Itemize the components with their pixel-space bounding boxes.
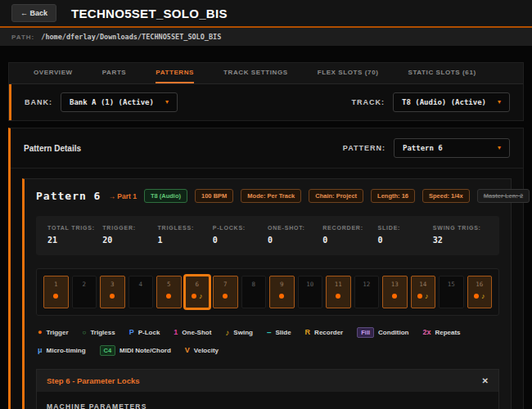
legend-condition: Fill Condition bbox=[357, 327, 408, 338]
pattern-details-panel: Pattern Details PATTERN: Pattern 6 ▾ Pat… bbox=[8, 128, 524, 409]
stat-total-trigs: TOTAL TRIGS: 21 bbox=[47, 225, 102, 245]
note-icon: ♪ bbox=[481, 293, 485, 300]
fill-condition-icon: Fill bbox=[357, 327, 374, 338]
trigger-dot-icon bbox=[223, 294, 228, 299]
legend-oneshot: 1 One-Shot bbox=[174, 327, 211, 338]
legend-trigless: ○ Trigless bbox=[83, 327, 115, 338]
trigger-dot-icon bbox=[392, 294, 397, 299]
trigger-dot-icon: ● bbox=[38, 329, 42, 336]
path-label: PATH: bbox=[11, 34, 34, 41]
step-detail-body: MACHINE PARAMETERS bbox=[37, 392, 498, 409]
app-header: ← Back TECHNO5SET_SOLO_BIS bbox=[0, 0, 532, 28]
legend-repeats: 2x Repeats bbox=[422, 327, 460, 338]
pattern-card: Pattern 6 → Part 1 T8 (Audio) 100 BPM Mo… bbox=[22, 178, 512, 409]
pattern-details-header: Pattern Details PATTERN: Pattern 6 ▾ bbox=[11, 138, 523, 158]
badge-master-len: Master Len: 2 bbox=[477, 189, 530, 203]
step-10[interactable]: 10 bbox=[298, 276, 323, 308]
tab-static-slots[interactable]: STATIC SLOTS (61) bbox=[408, 63, 476, 83]
step-detail-header: Step 6 - Parameter Locks ✕ bbox=[37, 370, 498, 392]
tab-parts[interactable]: PARTS bbox=[102, 63, 127, 83]
step-11[interactable]: 11 bbox=[326, 276, 351, 308]
legend-trigger: ● Trigger bbox=[38, 327, 69, 338]
step-7[interactable]: 7 bbox=[213, 276, 238, 308]
legend-slide: – Slide bbox=[267, 327, 291, 338]
badge-chain: Chain: Project bbox=[309, 189, 363, 203]
pattern-details-title: Pattern Details bbox=[24, 144, 81, 153]
tab-track-settings[interactable]: TRACK SETTINGS bbox=[223, 63, 288, 83]
machine-parameters-title: MACHINE PARAMETERS bbox=[47, 402, 489, 409]
step-9[interactable]: 9 bbox=[269, 276, 295, 308]
path-value: /home/dferlay/Downloads/TECHNO5SET_SOLO_… bbox=[41, 33, 221, 41]
trigger-dot-icon bbox=[166, 294, 171, 299]
step-3[interactable]: 3 bbox=[100, 276, 125, 308]
trigless-circle-icon: ○ bbox=[83, 330, 87, 336]
stat-swing-trigs: SWING TRIGS: 32 bbox=[433, 225, 488, 245]
trigger-dot-icon bbox=[53, 294, 58, 299]
pattern-card-header: Pattern 6 → Part 1 T8 (Audio) 100 BPM Mo… bbox=[36, 189, 499, 203]
tab-overview[interactable]: OVERVIEW bbox=[34, 63, 73, 83]
step-8[interactable]: 8 bbox=[241, 276, 267, 308]
bank-dropdown[interactable]: Bank A (1) (Active) ▾ bbox=[61, 92, 178, 112]
pattern-dropdown[interactable]: Pattern 6 ▾ bbox=[394, 138, 510, 158]
step-detail-title: Step 6 - Parameter Locks bbox=[47, 376, 140, 385]
track-dropdown[interactable]: T8 (Audio) (Active) ▾ bbox=[393, 92, 510, 112]
repeats-icon: 2x bbox=[422, 329, 431, 336]
step-13[interactable]: 13 bbox=[382, 276, 408, 308]
close-icon[interactable]: ✕ bbox=[482, 376, 489, 385]
pattern-title: Pattern 6 bbox=[36, 190, 101, 202]
midi-note-icon: C4 bbox=[100, 345, 116, 356]
step-14[interactable]: 14 ♪ bbox=[411, 276, 436, 308]
pattern-selector: PATTERN: Pattern 6 ▾ bbox=[343, 138, 510, 158]
tab-flex-slots[interactable]: FLEX SLOTS (70) bbox=[318, 63, 379, 83]
micro-timing-icon: μ bbox=[38, 347, 43, 354]
legend-micro-timing: μ Micro-timing bbox=[38, 345, 86, 356]
step-grid: 1 2 3 4 5 bbox=[36, 268, 499, 316]
stat-slide: SLIDE: 0 bbox=[378, 225, 433, 245]
trigger-dot-icon bbox=[279, 294, 284, 299]
stat-recorder: RECORDER: 0 bbox=[322, 225, 377, 245]
bank-label: BANK: bbox=[25, 98, 52, 106]
swing-note-icon: ♪ bbox=[225, 329, 229, 337]
trigger-dot-icon bbox=[336, 294, 340, 299]
main-content: OVERVIEW PARTS PATTERNS TRACK SETTINGS F… bbox=[0, 46, 532, 409]
step-5[interactable]: 5 bbox=[156, 276, 182, 308]
trigger-dot-icon bbox=[110, 294, 115, 299]
legend-velocity: V Velocity bbox=[185, 345, 219, 356]
chevron-down-icon: ▾ bbox=[165, 99, 169, 106]
recorder-icon: R bbox=[305, 329, 311, 336]
track-label: TRACK: bbox=[352, 98, 385, 106]
legend-recorder: R Recorder bbox=[305, 327, 344, 338]
step-4[interactable]: 4 bbox=[128, 276, 154, 308]
step-15[interactable]: 15 bbox=[439, 276, 464, 308]
part-link[interactable]: → Part 1 bbox=[108, 192, 137, 200]
step-6[interactable]: 6 ♪ bbox=[185, 276, 210, 308]
tab-patterns[interactable]: PATTERNS bbox=[156, 63, 194, 83]
stat-oneshot: ONE-SHOT: 0 bbox=[268, 225, 322, 245]
legend-swing: ♪ Swing bbox=[225, 327, 253, 338]
track-selector: TRACK: T8 (Audio) (Active) ▾ bbox=[352, 92, 510, 112]
bank-selector: BANK: Bank A (1) (Active) ▾ bbox=[25, 92, 178, 112]
pattern-label: PATTERN: bbox=[343, 144, 385, 152]
plock-icon: P bbox=[129, 329, 134, 336]
trigger-dot-icon bbox=[474, 294, 479, 299]
slide-dash-icon: – bbox=[267, 329, 272, 337]
pattern-dropdown-value: Pattern 6 bbox=[403, 144, 443, 152]
step-16[interactable]: 16 ♪ bbox=[467, 276, 493, 308]
bank-dropdown-value: Bank A (1) (Active) bbox=[70, 98, 154, 106]
oneshot-icon: 1 bbox=[174, 329, 178, 336]
track-dropdown-value: T8 (Audio) (Active) bbox=[402, 98, 486, 106]
top-panel: OVERVIEW PARTS PATTERNS TRACK SETTINGS F… bbox=[8, 62, 524, 121]
page-title: TECHNO5SET_SOLO_BIS bbox=[71, 7, 228, 20]
trigger-dot-icon bbox=[417, 294, 422, 299]
stats-bar: TOTAL TRIGS: 21 TRIGGER: 20 TRIGLESS: 1 … bbox=[36, 216, 499, 255]
step-12[interactable]: 12 bbox=[354, 276, 380, 308]
step-2[interactable]: 2 bbox=[72, 276, 97, 308]
back-button[interactable]: ← Back bbox=[11, 4, 56, 22]
chevron-down-icon: ▾ bbox=[498, 99, 501, 106]
chevron-down-icon: ▾ bbox=[498, 145, 501, 151]
legend-plock: P P-Lock bbox=[129, 327, 160, 338]
legend-midi-note: C4 MIDI Note/Chord bbox=[100, 345, 171, 356]
badge-speed: Speed: 1/4x bbox=[422, 189, 470, 203]
stat-trigger: TRIGGER: 20 bbox=[102, 225, 157, 245]
step-1[interactable]: 1 bbox=[43, 276, 69, 308]
